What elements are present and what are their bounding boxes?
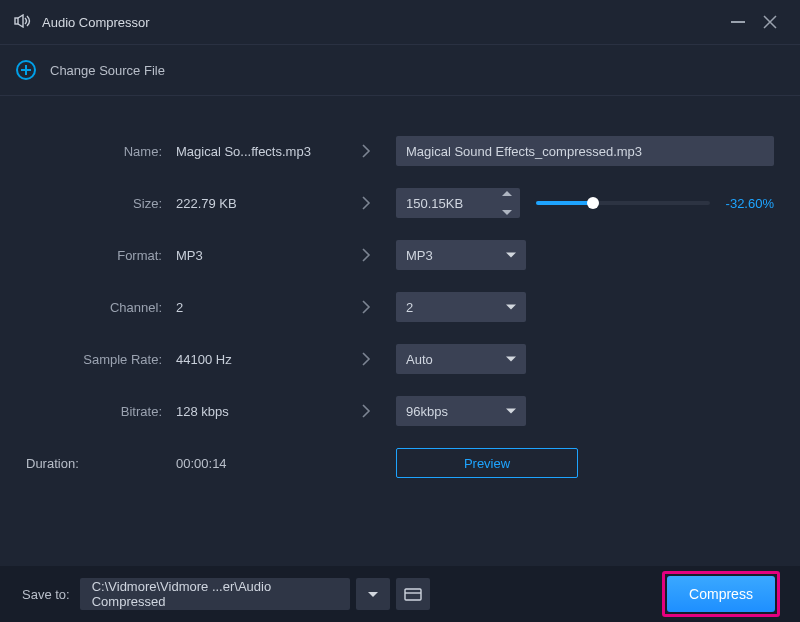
- channel-original: 2: [176, 300, 336, 315]
- save-path-field[interactable]: C:\Vidmore\Vidmore ...er\Audio Compresse…: [80, 578, 350, 610]
- chevron-down-icon: [506, 305, 516, 310]
- app-title: Audio Compressor: [42, 15, 150, 30]
- chevron-right-icon: [346, 143, 386, 159]
- close-button[interactable]: [754, 6, 786, 38]
- bitrate-label: Bitrate:: [26, 404, 166, 419]
- channel-selected: 2: [406, 300, 413, 315]
- titlebar: Audio Compressor: [0, 0, 800, 44]
- change-source-bar[interactable]: Change Source File: [0, 44, 800, 96]
- chevron-right-icon: [346, 351, 386, 367]
- sample-rate-original: 44100 Hz: [176, 352, 336, 367]
- channel-label: Channel:: [26, 300, 166, 315]
- size-slider[interactable]: [536, 201, 710, 205]
- add-icon: [16, 60, 36, 80]
- open-folder-button[interactable]: [396, 578, 430, 610]
- name-original: Magical So...ffects.mp3: [176, 144, 336, 159]
- change-source-label: Change Source File: [50, 63, 165, 78]
- format-dropdown[interactable]: MP3: [396, 240, 526, 270]
- channel-dropdown[interactable]: 2: [396, 292, 526, 322]
- size-label: Size:: [26, 196, 166, 211]
- duration-value: 00:00:14: [176, 456, 336, 471]
- size-percent: -32.60%: [726, 196, 774, 211]
- output-size-stepper[interactable]: 150.15KB: [396, 188, 520, 218]
- format-selected: MP3: [406, 248, 433, 263]
- save-path-dropdown[interactable]: [356, 578, 390, 610]
- output-name-value: Magical Sound Effects_compressed.mp3: [406, 144, 642, 159]
- chevron-down-icon: [368, 592, 378, 597]
- sample-rate-label: Sample Rate:: [26, 352, 166, 367]
- bitrate-selected: 96kbps: [406, 404, 448, 419]
- chevron-down-icon: [506, 409, 516, 414]
- compress-label: Compress: [689, 586, 753, 602]
- duration-label: Duration:: [26, 456, 166, 471]
- chevron-right-icon: [346, 195, 386, 211]
- format-original: MP3: [176, 248, 336, 263]
- size-slider-knob[interactable]: [587, 197, 599, 209]
- size-original: 222.79 KB: [176, 196, 336, 211]
- size-step-up[interactable]: [502, 191, 512, 196]
- preview-button[interactable]: Preview: [396, 448, 578, 478]
- chevron-right-icon: [346, 403, 386, 419]
- sample-rate-dropdown[interactable]: Auto: [396, 344, 526, 374]
- svg-rect-1: [405, 589, 421, 600]
- app-icon: [14, 14, 32, 31]
- bitrate-dropdown[interactable]: 96kbps: [396, 396, 526, 426]
- name-label: Name:: [26, 144, 166, 159]
- chevron-down-icon: [506, 357, 516, 362]
- bitrate-original: 128 kbps: [176, 404, 336, 419]
- size-slider-fill: [536, 201, 593, 205]
- minimize-button[interactable]: [722, 6, 754, 38]
- svg-rect-0: [15, 18, 18, 24]
- chevron-right-icon: [346, 299, 386, 315]
- sample-rate-selected: Auto: [406, 352, 433, 367]
- compress-button[interactable]: Compress: [667, 576, 775, 612]
- settings-form: Name: Magical So...ffects.mp3 Magical So…: [0, 96, 800, 478]
- output-size-value: 150.15KB: [406, 196, 463, 211]
- save-to-label: Save to:: [22, 587, 70, 602]
- save-path-value: C:\Vidmore\Vidmore ...er\Audio Compresse…: [92, 579, 338, 609]
- output-name-input[interactable]: Magical Sound Effects_compressed.mp3: [396, 136, 774, 166]
- format-label: Format:: [26, 248, 166, 263]
- chevron-right-icon: [346, 247, 386, 263]
- preview-label: Preview: [464, 456, 510, 471]
- chevron-down-icon: [506, 253, 516, 258]
- footer: Save to: C:\Vidmore\Vidmore ...er\Audio …: [0, 566, 800, 622]
- compress-highlight: Compress: [662, 571, 780, 617]
- size-step-down[interactable]: [502, 210, 512, 215]
